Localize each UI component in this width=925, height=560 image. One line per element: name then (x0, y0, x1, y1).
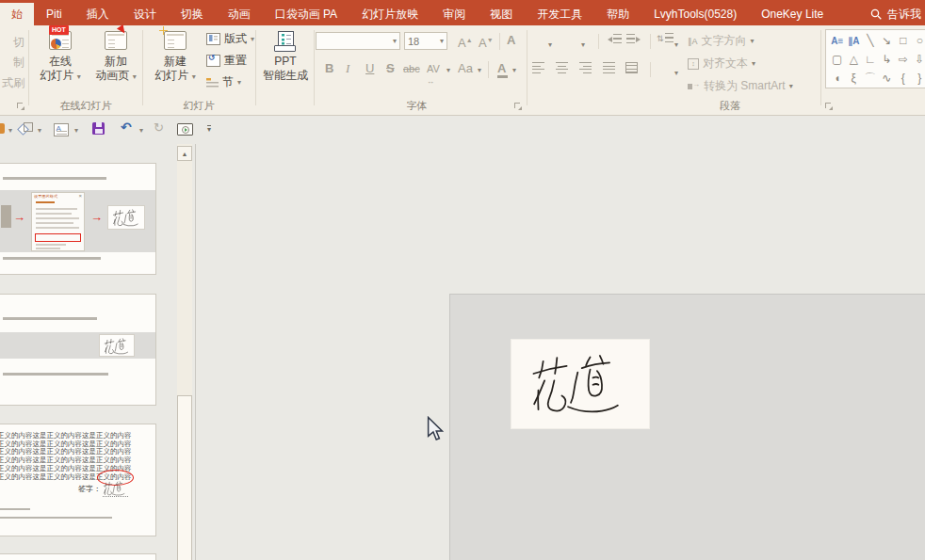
tab-piti[interactable]: Piti (34, 3, 74, 25)
align-text-button[interactable]: ↕ 对齐文本 (688, 56, 755, 72)
shape-rectangle-icon[interactable]: □ (895, 31, 912, 50)
tab-animations[interactable]: 动画 (216, 3, 263, 25)
layout-button[interactable]: 版式 (206, 31, 254, 46)
section-button[interactable]: 节 (206, 74, 241, 89)
qat-undo-dropdown[interactable] (139, 126, 143, 135)
text-direction-button[interactable]: ∥A 文字方向 (688, 33, 755, 49)
grow-font-button[interactable]: A▲ (458, 31, 473, 53)
change-case-dropdown[interactable] (478, 59, 481, 80)
tab-pocket-animation[interactable]: 口袋动画 PA (263, 3, 349, 25)
format-painter-button[interactable]: 式刷 (0, 75, 24, 91)
shrink-font-button[interactable]: A▼ (479, 31, 494, 53)
shape-elbow-connector-icon[interactable]: ∟ (862, 50, 879, 69)
slide-thumbnail-3[interactable]: 正义的内容这是正义的内容这是正义的内容 正义的内容这是正义的内容这是正义的内容 … (0, 424, 156, 536)
copy-button[interactable]: 制 (0, 55, 24, 71)
tab-design[interactable]: 设计 (122, 3, 169, 25)
qat-customize-button[interactable] (207, 125, 211, 133)
qat-insert-textbox-dropdown[interactable] (74, 126, 78, 135)
tab-developer[interactable]: 开发工具 (525, 3, 594, 25)
tab-review[interactable]: 审阅 (430, 3, 478, 25)
shape-right-brace-icon[interactable]: } (912, 69, 925, 88)
ppt-ai-generate-button[interactable]: PPT 智能生成 (259, 29, 312, 112)
qat-insert-shape-dropdown[interactable] (38, 126, 41, 135)
shape-curve-icon[interactable]: ∿ (879, 69, 896, 88)
tab-onekey-lite[interactable]: OneKey Lite (749, 3, 836, 25)
underline-button[interactable]: U (365, 59, 374, 78)
tab-home[interactable]: 始 (0, 3, 34, 25)
italic-button[interactable]: I (346, 59, 349, 78)
shape-scribble-icon[interactable]: ξ (846, 69, 863, 88)
font-color-button[interactable]: A (497, 59, 508, 78)
font-color-dropdown[interactable] (512, 59, 516, 80)
qat-save-button[interactable] (92, 122, 105, 135)
group-separator (820, 30, 821, 105)
shape-arrow-icon[interactable]: ↘ (879, 31, 896, 50)
qat-insert-textbox-button[interactable] (54, 123, 69, 136)
font-name-combobox[interactable] (316, 32, 400, 50)
strikethrough-button[interactable]: abc (403, 59, 420, 78)
bold-button[interactable]: B (325, 59, 333, 78)
signature-image-card[interactable] (511, 339, 650, 429)
cut-button[interactable]: 切 (0, 35, 24, 51)
columns-dropdown[interactable] (674, 65, 678, 78)
qat-slideshow-button[interactable] (177, 123, 193, 136)
char-spacing-dropdown[interactable] (446, 59, 450, 80)
thumbnail-scrollbar-thumb[interactable] (177, 395, 192, 560)
shape-down-arrow-icon[interactable]: ⇩ (912, 50, 925, 69)
slide-thumbnail-1[interactable]: 设置图片格式 × (0, 163, 156, 275)
decrease-indent-button[interactable] (605, 34, 622, 45)
align-right-button[interactable] (579, 62, 592, 73)
text-shadow-button[interactable]: S (386, 59, 395, 78)
shape-freeform-icon[interactable]: ◖ (829, 69, 846, 88)
qat-partial-icon[interactable] (0, 123, 5, 134)
tab-help[interactable]: 帮助 (594, 3, 641, 25)
slide-thumbnail-4[interactable] (0, 553, 156, 560)
line-spacing-icon: ⇅ (657, 34, 664, 43)
online-slides-label-1: 在线 (49, 55, 72, 68)
change-case-button[interactable]: Aa (458, 59, 473, 78)
numbering-dropdown[interactable] (581, 37, 585, 50)
insert-shape-icon (19, 122, 33, 135)
line-spacing-dropdown[interactable] (674, 37, 678, 50)
qat-undo-button[interactable] (121, 120, 132, 135)
convert-smartart-button[interactable]: 转换为 SmartArt (688, 78, 793, 94)
character-spacing-button[interactable]: AV↔ (427, 59, 440, 91)
tab-lvyhtools[interactable]: LvyhTools(0528) (641, 3, 749, 25)
mini-separator (650, 34, 651, 49)
tell-me-search[interactable]: 告诉我 (861, 3, 925, 25)
align-left-button[interactable] (532, 62, 544, 73)
font-size-combobox[interactable]: 18 (404, 32, 447, 50)
qat-partial-dropdown[interactable] (8, 126, 12, 135)
shape-line-icon[interactable]: ╲ (862, 31, 879, 50)
shape-arc-icon[interactable]: ⌒ (862, 69, 879, 88)
line-spacing-button[interactable]: ⇅ (657, 33, 673, 44)
hot-badge: HOT (49, 25, 69, 35)
chevron-down-icon (440, 37, 444, 45)
tab-view[interactable]: 视图 (478, 3, 525, 25)
shape-textbox-horizontal-icon[interactable]: A≡ (829, 31, 846, 50)
shape-left-brace-icon[interactable]: { (895, 69, 912, 88)
clipboard-dialog-launcher[interactable] (17, 103, 25, 111)
shape-elbow-arrow-icon[interactable]: ↳ (879, 50, 896, 69)
tab-slideshow[interactable]: 幻灯片放映 (349, 3, 430, 25)
justify-button[interactable] (603, 62, 615, 73)
qat-redo-button[interactable] (154, 120, 164, 135)
tab-transitions[interactable]: 切换 (169, 3, 216, 25)
tab-insert[interactable]: 插入 (74, 3, 122, 25)
shape-rounded-rectangle-icon[interactable]: ▢ (829, 50, 846, 69)
increase-indent-button[interactable] (626, 34, 643, 45)
scroll-up-button[interactable] (177, 146, 192, 161)
bullets-dropdown[interactable] (548, 37, 552, 50)
huadao-signature-image (104, 338, 132, 355)
shape-oval-icon[interactable]: ○ (912, 31, 925, 50)
paragraph-dialog-launcher[interactable] (825, 103, 834, 111)
align-center-button[interactable] (556, 62, 568, 73)
font-dialog-launcher[interactable] (514, 103, 523, 111)
distribute-text-button[interactable] (625, 62, 638, 73)
reset-button[interactable]: 重置 (206, 53, 247, 68)
shape-triangle-icon[interactable]: △ (846, 50, 863, 69)
slide-thumbnail-2[interactable] (0, 294, 156, 406)
qat-insert-shape-button[interactable] (19, 122, 33, 135)
shape-textbox-vertical-icon[interactable]: ∥A (846, 31, 863, 50)
shape-right-arrow-icon[interactable]: ⇨ (895, 50, 912, 69)
